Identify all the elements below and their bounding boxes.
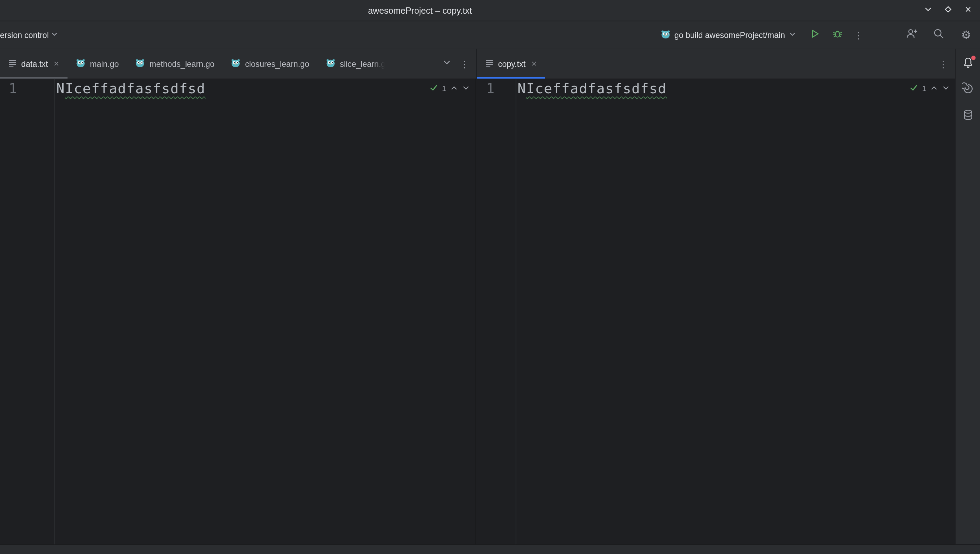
close-window-button[interactable] — [960, 2, 976, 18]
debug-button[interactable] — [829, 26, 846, 44]
previous-problem-icon[interactable] — [450, 83, 458, 93]
right-tab-strip-controls: ⋮ — [935, 49, 955, 78]
search-icon — [932, 27, 945, 43]
kebab-menu-icon: ⋮ — [939, 59, 948, 68]
status-bar — [0, 544, 980, 554]
tab-label: copy.txt — [498, 59, 525, 68]
inspection-ok-icon — [430, 83, 438, 94]
left-tab-strip-controls: ⋮ — [439, 49, 476, 78]
ai-assistant-button[interactable] — [958, 80, 978, 100]
close-icon — [963, 4, 973, 17]
debug-bug-icon — [832, 28, 843, 42]
go-file-icon — [135, 58, 145, 70]
tab-copy-txt[interactable]: copy.txt ✕ — [477, 49, 545, 78]
run-play-icon — [809, 28, 821, 42]
text-file-icon — [8, 59, 17, 69]
inspection-count: 1 — [442, 84, 446, 93]
inspections-widget-right[interactable]: 1 — [910, 83, 950, 94]
typo-highlighted-text: Iceffadfasfsdfsd — [526, 81, 667, 96]
close-tab-icon[interactable]: ✕ — [54, 60, 59, 67]
line-number: 1 — [9, 79, 54, 98]
tab-slice-learn-go[interactable]: slice_learn.g — [318, 49, 394, 78]
editor-split-area: 1 NIceffadfasfsdfsd 1 — [0, 79, 955, 544]
right-editor-tab-strip: copy.txt ✕ ⋮ — [476, 49, 955, 78]
kebab-menu-icon: ⋮ — [460, 59, 469, 68]
minimize-icon — [923, 4, 933, 17]
add-user-icon — [905, 27, 918, 43]
line-number: 1 — [486, 79, 515, 98]
run-configuration-label: go build awesomeProject/main — [675, 30, 785, 40]
go-file-icon — [326, 58, 336, 70]
next-problem-icon[interactable] — [462, 83, 470, 93]
tab-main-go[interactable]: main.go — [68, 49, 127, 78]
editor-tab-bar: data.txt ✕ m — [0, 49, 955, 78]
run-button[interactable] — [806, 26, 824, 44]
code-with-me-button[interactable] — [902, 26, 920, 44]
left-editor-tab-strip: data.txt ✕ m — [0, 49, 476, 78]
ide-window: awesomeProject – copy.txt ersion control — [0, 0, 980, 554]
window-title: awesomeProject – copy.txt — [0, 5, 840, 15]
inspection-count: 1 — [922, 84, 926, 93]
editor-column: data.txt ✕ m — [0, 49, 955, 544]
tab-data-txt[interactable]: data.txt ✕ — [0, 49, 68, 78]
minimize-button[interactable] — [920, 2, 936, 18]
tab-options-button[interactable]: ⋮ — [456, 56, 473, 72]
code-area-right[interactable]: NIceffadfasfsdfsd — [516, 79, 667, 544]
search-everywhere-button[interactable] — [930, 26, 948, 44]
inspections-widget-left[interactable]: 1 — [430, 83, 470, 94]
editor-pane-right[interactable]: 1 NIceffadfasfsdfsd 1 — [476, 79, 955, 544]
inspection-ok-icon — [910, 83, 918, 94]
editor-pane-left[interactable]: 1 NIceffadfasfsdfsd 1 — [0, 79, 476, 544]
tab-label: main.go — [90, 59, 119, 68]
tab-label: data.txt — [21, 59, 48, 68]
close-tab-icon[interactable]: ✕ — [531, 60, 537, 67]
typo-highlighted-text: Iceffadfasfsdfsd — [65, 81, 205, 96]
run-configuration-selector[interactable]: go build awesomeProject/main — [657, 26, 800, 45]
text-file-icon — [485, 59, 494, 69]
notification-badge — [971, 56, 975, 60]
maximize-icon — [943, 4, 953, 17]
main-toolbar: ersion control — [0, 21, 980, 49]
code-area-left[interactable]: NIceffadfasfsdfsd — [55, 79, 205, 544]
next-problem-icon[interactable] — [942, 83, 950, 93]
settings-button[interactable]: ⚙ — [958, 26, 975, 44]
ai-assistant-icon — [962, 82, 974, 97]
database-button[interactable] — [958, 106, 978, 126]
title-bar: awesomeProject – copy.txt — [0, 0, 980, 21]
kebab-menu-icon: ⋮ — [854, 30, 864, 40]
tab-methods-learn-go[interactable]: methods_learn.go — [127, 49, 223, 78]
chevron-down-icon — [789, 30, 796, 40]
go-file-icon — [231, 58, 240, 70]
go-file-icon — [76, 58, 86, 70]
tab-options-button[interactable]: ⋮ — [935, 56, 951, 72]
previous-problem-icon[interactable] — [930, 83, 938, 93]
middle-area: data.txt ✕ m — [0, 49, 980, 544]
version-control-label: ersion control — [0, 30, 49, 40]
tab-label: methods_learn.go — [150, 59, 215, 68]
window-controls — [920, 0, 977, 21]
notifications-button[interactable] — [958, 54, 978, 74]
editor-gutter-left[interactable]: 1 — [0, 79, 55, 544]
show-hidden-tabs-button[interactable] — [439, 56, 455, 72]
version-control-widget[interactable]: ersion control — [0, 26, 60, 45]
tab-label: slice_learn.g — [340, 59, 386, 68]
gear-icon: ⚙ — [961, 29, 972, 40]
maximize-button[interactable] — [940, 2, 956, 18]
go-run-config-icon — [661, 29, 671, 41]
right-tool-stripe — [955, 49, 980, 544]
chevron-down-icon — [442, 58, 451, 69]
tab-label: closures_learn.go — [245, 59, 309, 68]
database-icon — [962, 109, 974, 124]
more-run-actions-button[interactable]: ⋮ — [850, 26, 868, 44]
chevron-down-icon — [51, 30, 58, 40]
editor-gutter-right[interactable]: 1 — [476, 79, 516, 544]
toolbar-right-group: go build awesomeProject/main — [657, 21, 975, 49]
code-line: NIceffadfasfsdfsd — [517, 81, 667, 96]
tab-closures-learn-go[interactable]: closures_learn.go — [223, 49, 317, 78]
code-line: NIceffadfasfsdfsd — [56, 81, 205, 96]
